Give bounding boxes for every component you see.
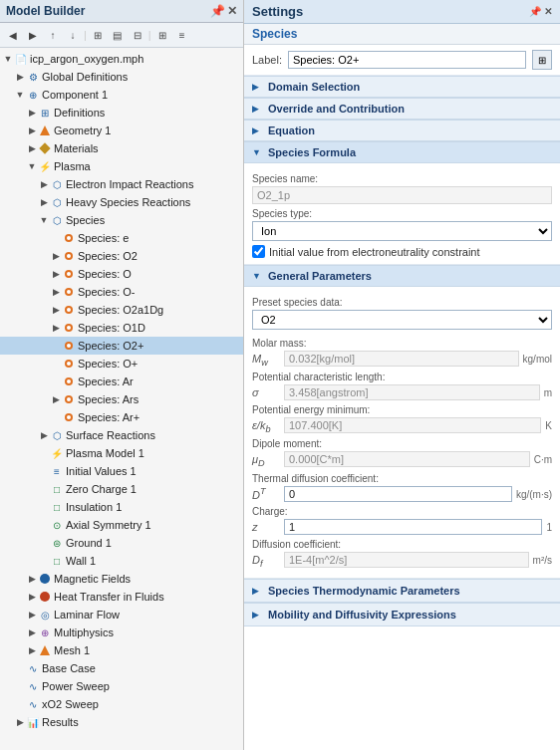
equation-header[interactable]: ▶ Equation xyxy=(244,120,560,141)
tree-item-results[interactable]: ▶📊Results xyxy=(0,713,243,731)
toggle-electron-impact[interactable]: ▶ xyxy=(38,178,50,190)
toggle-results[interactable]: ▶ xyxy=(14,716,26,728)
back-button[interactable]: ◀ xyxy=(4,26,22,44)
close-icon[interactable]: ✕ xyxy=(227,4,237,18)
toggle-magnetic-fields[interactable]: ▶ xyxy=(26,573,38,585)
species-thermo-header[interactable]: ▶ Species Thermodynamic Parameters xyxy=(244,579,560,603)
dipole-moment-value: 0.000[C*m] xyxy=(284,451,530,467)
view-button[interactable]: ⊟ xyxy=(129,26,146,44)
tree-item-magnetic-fields[interactable]: ▶Magnetic Fields xyxy=(0,570,243,588)
tree-item-species-O2p[interactable]: Species: O2+ xyxy=(0,337,243,355)
override-header[interactable]: ▶ Override and Contribution xyxy=(244,98,560,120)
tree-item-component1[interactable]: ▼⊕Component 1 xyxy=(0,86,243,104)
species-formula-header[interactable]: ▼ Species Formula xyxy=(244,141,560,163)
toggle-heavy-species[interactable]: ▶ xyxy=(38,196,50,208)
species-type-select[interactable]: Ion Neutral Electron xyxy=(252,221,552,241)
species-thermo-title: Species Thermodynamic Parameters xyxy=(268,585,460,597)
toggle-mesh1[interactable]: ▶ xyxy=(26,644,38,656)
tree-item-plasma-model1[interactable]: ⚡Plasma Model 1 xyxy=(0,444,243,462)
toggle-component1[interactable]: ▼ xyxy=(14,89,26,101)
tree-item-zero-charge1[interactable]: □Zero Charge 1 xyxy=(0,480,243,498)
tree-item-laminar-flow[interactable]: ▶◎Laminar Flow xyxy=(0,606,243,624)
electroneutrality-checkbox[interactable] xyxy=(252,245,265,258)
icon-component1: ⊕ xyxy=(26,88,40,102)
general-params-header[interactable]: ▼ General Parameters xyxy=(244,265,560,287)
pin-icon[interactable]: 📌 xyxy=(210,4,225,18)
tree-item-species-O1D[interactable]: ▶Species: O1D xyxy=(0,319,243,337)
tree-item-xO2-sweep[interactable]: ∿xO2 Sweep xyxy=(0,695,243,713)
tree-item-heavy-species[interactable]: ▶⬡Heavy Species Reactions xyxy=(0,193,243,211)
toggle-ground1 xyxy=(38,537,50,549)
tree-item-species-Ar[interactable]: Species: Ar xyxy=(0,373,243,390)
tree-item-surface-reactions[interactable]: ▶⬡Surface Reactions xyxy=(0,426,243,444)
thermal-diff-input[interactable] xyxy=(284,486,512,502)
mobility-header[interactable]: ▶ Mobility and Diffusivity Expressions xyxy=(244,603,560,626)
expand-button[interactable]: ⊞ xyxy=(89,26,107,44)
tree-item-species-Om[interactable]: ▶Species: O- xyxy=(0,283,243,301)
label-icon-button[interactable]: ⊞ xyxy=(532,50,552,70)
toggle-species-O1D[interactable]: ▶ xyxy=(50,322,62,334)
toggle-species-O2a1Dg[interactable]: ▶ xyxy=(50,304,62,316)
tree-item-species-Arp[interactable]: Species: Ar+ xyxy=(0,408,243,426)
tree-item-heat-transfer[interactable]: ▶Heat Transfer in Fluids xyxy=(0,588,243,606)
tree-item-multiphysics[interactable]: ▶⊕Multiphysics xyxy=(0,624,243,641)
grid-button[interactable]: ⊞ xyxy=(153,26,171,44)
icon-species-O2p xyxy=(62,339,76,353)
list-button[interactable]: ≡ xyxy=(173,26,191,44)
toggle-laminar-flow[interactable]: ▶ xyxy=(26,609,38,621)
tree-item-ground1[interactable]: ⊜Ground 1 xyxy=(0,534,243,552)
preset-select[interactable]: O2 O Ar N2 xyxy=(252,310,552,330)
toggle-materials[interactable]: ▶ xyxy=(26,142,38,154)
toggle-species-Ars[interactable]: ▶ xyxy=(50,393,62,405)
forward-button[interactable]: ▶ xyxy=(24,26,42,44)
tree-item-species-O[interactable]: ▶Species: O xyxy=(0,265,243,283)
label-axial-symmetry1: Axial Symmetry 1 xyxy=(66,519,151,531)
toggle-species-O[interactable]: ▶ xyxy=(50,268,62,280)
tree-item-species-O2a1Dg[interactable]: ▶Species: O2a1Dg xyxy=(0,301,243,319)
settings-pin-icon[interactable]: 📌 xyxy=(529,6,541,17)
down-button[interactable]: ↓ xyxy=(64,26,82,44)
toggle-global-defs[interactable]: ▶ xyxy=(14,71,26,83)
label-input[interactable] xyxy=(288,51,526,69)
toggle-multiphysics[interactable]: ▶ xyxy=(26,626,38,638)
charge-input[interactable] xyxy=(284,519,542,535)
tree-item-species[interactable]: ▼⬡Species xyxy=(0,211,243,229)
svg-point-25 xyxy=(40,592,50,602)
tree-item-axial-symmetry1[interactable]: ⊙Axial Symmetry 1 xyxy=(0,516,243,534)
toggle-species-O2[interactable]: ▶ xyxy=(50,250,62,262)
tree-item-wall1[interactable]: □Wall 1 xyxy=(0,552,243,570)
tree-item-root[interactable]: ▼📄icp_argon_oxygen.mph xyxy=(0,50,243,68)
tree-item-species-e[interactable]: Species: e xyxy=(0,229,243,247)
tree-item-global-defs[interactable]: ▶⚙Global Definitions xyxy=(0,68,243,86)
up-button[interactable]: ↑ xyxy=(44,26,62,44)
toggle-species-Om[interactable]: ▶ xyxy=(50,286,62,298)
tree-item-power-sweep[interactable]: ∿Power Sweep xyxy=(0,677,243,695)
pot-length-symbol: σ xyxy=(252,386,280,398)
toggle-geometry1[interactable]: ▶ xyxy=(26,125,38,136)
toggle-species-e xyxy=(50,232,62,244)
tree-item-species-Ars[interactable]: ▶Species: Ars xyxy=(0,390,243,408)
tree-item-plasma[interactable]: ▼⚡Plasma xyxy=(0,157,243,175)
toggle-heat-transfer[interactable]: ▶ xyxy=(26,591,38,603)
tree-item-materials[interactable]: ▶Materials xyxy=(0,139,243,157)
tree-item-definitions[interactable]: ▶⊞Definitions xyxy=(0,104,243,122)
tree-item-insulation1[interactable]: □Insulation 1 xyxy=(0,498,243,516)
tree-item-geometry1[interactable]: ▶Geometry 1 xyxy=(0,122,243,139)
toggle-species[interactable]: ▼ xyxy=(38,214,50,226)
tree-item-electron-impact[interactable]: ▶⬡Electron Impact Reactions xyxy=(0,175,243,193)
settings-close-icon[interactable]: ✕ xyxy=(544,6,552,17)
tree-item-species-Op[interactable]: Species: O+ xyxy=(0,355,243,373)
tree-item-mesh1[interactable]: ▶Mesh 1 xyxy=(0,641,243,659)
tree-item-base-case[interactable]: ∿Base Case xyxy=(0,659,243,677)
toggle-definitions[interactable]: ▶ xyxy=(26,107,38,119)
toggle-surface-reactions[interactable]: ▶ xyxy=(38,429,50,441)
domain-selection-header[interactable]: ▶ Domain Selection xyxy=(244,76,560,98)
toggle-root[interactable]: ▼ xyxy=(2,53,14,65)
tree-item-initial-values1[interactable]: ≡Initial Values 1 xyxy=(0,462,243,480)
icon-species-O xyxy=(62,267,76,281)
molar-mass-unit: kg/mol xyxy=(523,354,552,365)
label-plasma-model1: Plasma Model 1 xyxy=(66,447,144,459)
toggle-plasma[interactable]: ▼ xyxy=(26,160,38,172)
tree-item-species-O2[interactable]: ▶Species: O2 xyxy=(0,247,243,265)
collapse-button[interactable]: ▤ xyxy=(109,26,127,44)
